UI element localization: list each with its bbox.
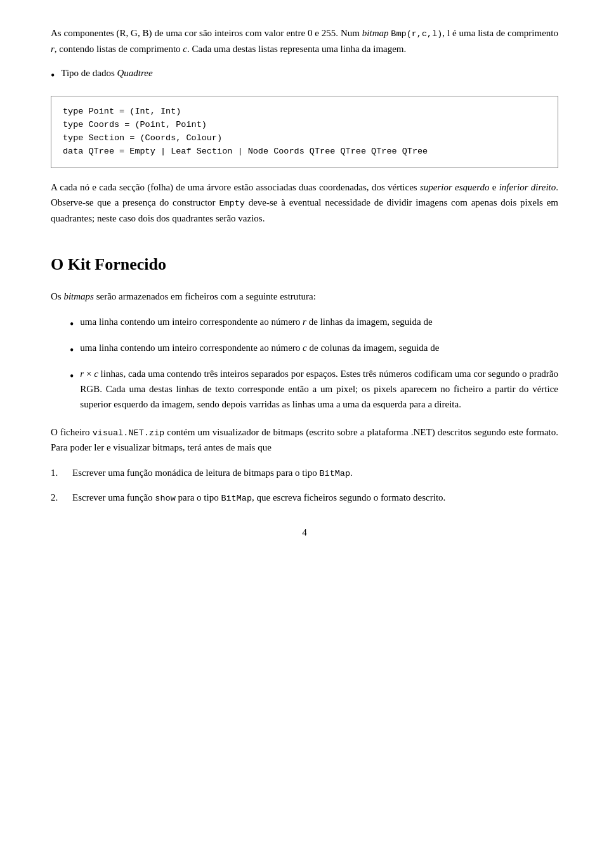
- paragraph-3: Os bitmaps serão armazenados em ficheiro…: [51, 289, 558, 304]
- paragraph-2: A cada nó e cada secção (folha) de uma á…: [51, 180, 558, 226]
- text-item2-bitmap-code2: BitMap: [221, 494, 252, 503]
- text-p1-part1: As componentes (R, G, B) de uma cor são …: [51, 28, 362, 38]
- bullet-item-3: • r × c linhas, cada uma contendo três i…: [70, 366, 558, 412]
- quadtree-intro: • Tipo de dados Quadtree: [51, 65, 558, 85]
- numbered-label-2: 2.: [51, 490, 72, 505]
- quadtree-label-text: Tipo de dados Quadtree: [61, 65, 558, 81]
- text-p1-part3: , contendo listas de comprimento: [55, 44, 183, 54]
- code-block-quadtree: type Point = (Int, Int) type Coords = (P…: [51, 96, 558, 168]
- text-c-times: c: [94, 369, 98, 379]
- page-number: 4: [51, 525, 558, 540]
- text-item1-bitmap-code: BitMap: [319, 469, 350, 478]
- page: As componentes (R, G, B) de uma cor são …: [0, 0, 609, 868]
- section-heading-kit: O Kit Fornecido: [51, 251, 558, 278]
- text-p2-part1: A cada nó e cada secção (folha) de uma á…: [51, 182, 420, 192]
- text-p1-bmpcode: Bmp(r,c,l), l é uma lista de comprimento: [388, 28, 558, 38]
- bullet-dot-3: •: [70, 367, 74, 386]
- text-empty-code: Empty: [219, 199, 245, 208]
- text-visual-net-zip: visual.NET.zip: [93, 428, 164, 438]
- text-bitmaps-italic: bitmaps: [63, 291, 94, 301]
- text-p1-bitmap-italic: bitmap: [362, 28, 389, 38]
- numbered-content-1: Escrever uma função monádica de leitura …: [72, 465, 558, 481]
- text-superior-esquerdo: superior esquerdo: [420, 182, 490, 192]
- numbered-label-1: 1.: [51, 465, 72, 480]
- text-bullet2-part2: de colunas da imagem, seguida de: [307, 343, 440, 353]
- bullet-dot-quadtree: •: [51, 67, 55, 85]
- bullet-dot-2: •: [70, 341, 74, 360]
- paragraph-4: O ficheiro visual.NET.zip contém um visu…: [51, 424, 558, 456]
- text-bullet1-part1: uma linha contendo um inteiro correspond…: [80, 317, 303, 327]
- bullet-text-2: uma linha contendo um inteiro correspond…: [80, 340, 558, 355]
- bullet-item-1: • uma linha contendo um inteiro correspo…: [70, 314, 558, 334]
- numbered-item-1: 1. Escrever uma função monádica de leitu…: [51, 465, 558, 481]
- text-tipo-dados: Tipo de dados: [61, 68, 117, 78]
- paragraph-1: As componentes (R, G, B) de uma cor são …: [51, 25, 558, 56]
- bullet-dot-1: •: [70, 315, 74, 334]
- text-item2-part1: Escrever uma função: [72, 492, 155, 503]
- text-item2-part2: para o tipo: [176, 492, 221, 503]
- text-inferior-direito: inferior direito: [499, 182, 556, 192]
- numbered-item-2: 2. Escrever uma função show para o tipo …: [51, 490, 558, 506]
- text-bullet2-part1: uma linha contendo um inteiro correspond…: [80, 343, 303, 353]
- text-p3-part1: Os: [51, 291, 63, 301]
- text-quadtree-italic: Quadtree: [117, 68, 153, 78]
- text-p3-part2: serão armazenados em ficheiros com a seg…: [94, 291, 316, 301]
- text-p1-c: c: [183, 44, 187, 54]
- text-p1-part4: . Cada uma destas listas representa uma …: [187, 44, 406, 54]
- text-p2-part2: e: [489, 182, 499, 192]
- numbered-content-2: Escrever uma função show para o tipo Bit…: [72, 490, 558, 506]
- text-bullet2-c: c: [303, 343, 307, 353]
- text-item2-part3: , que escreva ficheiros segundo o format…: [252, 492, 445, 503]
- text-p4-part1: O ficheiro: [51, 427, 93, 437]
- bullet-text-1: uma linha contendo um inteiro correspond…: [80, 314, 558, 329]
- numbered-list: 1. Escrever uma função monádica de leitu…: [51, 465, 558, 505]
- text-item1-part2: .: [350, 468, 353, 478]
- text-bullet1-part2: de linhas da imagem, seguida de: [306, 317, 433, 327]
- text-rxc: r: [80, 369, 84, 379]
- text-item1-part1: Escrever uma função monádica de leitura …: [72, 468, 319, 478]
- bullet-text-3: r × c linhas, cada uma contendo três int…: [80, 366, 558, 412]
- text-item2-show-code: show: [155, 494, 175, 503]
- bullet-list-structure: • uma linha contendo um inteiro correspo…: [70, 314, 558, 412]
- bullet-item-2: • uma linha contendo um inteiro correspo…: [70, 340, 558, 360]
- text-bullet3-rest: linhas, cada uma contendo três inteiros …: [80, 369, 558, 409]
